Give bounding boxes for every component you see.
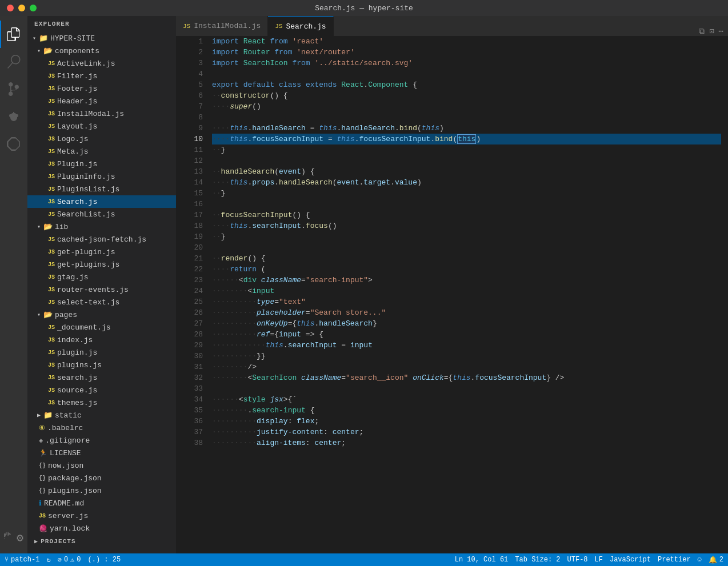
ln-4: 4 [181,69,203,79]
close-button[interactable] [7,5,14,11]
ln-33: 33 [181,383,203,394]
tab-size-status[interactable]: Tab Size: 2 [515,556,560,564]
file-document[interactable]: JS_document.js [27,321,176,334]
pages-folder[interactable]: ▾ 📂 pages [27,308,176,321]
file-search-page[interactable]: JSsearch.js [27,371,176,384]
static-label: static [55,411,82,420]
debug-activity-icon[interactable] [0,103,27,130]
source-control-activity-icon[interactable] [0,75,27,103]
file-plugin-page[interactable]: JSplugin.js [27,346,176,359]
feedback-status[interactable]: ☺ [698,556,702,564]
split-editor-icon[interactable]: ⧉ [699,27,705,36]
code-line-17: ··focusSearchInput() { [212,210,721,220]
file-cached-json[interactable]: JScached-json-fetch.js [27,233,176,246]
file-router-events[interactable]: JSrouter-events.js [27,283,176,296]
file-plugininfo[interactable]: JSPluginInfo.js [27,170,176,183]
installmodal-tab-label: InstallModal.js [194,22,261,30]
ln-26: 26 [181,307,203,318]
file-license[interactable]: 🏃LICENSE [27,447,176,459]
file-pluginsjson[interactable]: {}plugins.json [27,484,176,497]
file-themes[interactable]: JSthemes.js [27,396,176,409]
ln-7: 7 [181,101,203,112]
ln-11: 11 [181,144,203,155]
file-get-plugin[interactable]: JSget-plugin.js [27,246,176,258]
sidebar: Explorer ▾ 📁 HYPER-SITE ▾ 📂 components J… [27,16,176,553]
file-gitignore[interactable]: ◈.gitignore [27,434,176,447]
file-serverjs[interactable]: JSserver.js [27,509,176,522]
extensions-activity-icon[interactable] [0,130,27,158]
projects-section[interactable]: ▶ PROJECTS [27,535,176,548]
file-header[interactable]: JSHeader.js [27,95,176,107]
ln-16: 16 [181,199,203,210]
tab-installmodal[interactable]: JS InstallModal.js [176,16,268,36]
line-ending-text: LF [595,556,603,564]
files-activity-icon[interactable] [0,21,27,48]
file-searchlist[interactable]: JSSearchList.js [27,208,176,220]
code-line-19: ··} [212,231,721,242]
info-status[interactable]: (.) : 25 [88,556,121,564]
ln-19: 19 [181,231,203,242]
file-installmodal[interactable]: JSInstallModal.js [27,107,176,120]
static-folder[interactable]: ▶ 📁 static [27,409,176,422]
file-layout[interactable]: JSLayout.js [27,120,176,133]
line-ending-status[interactable]: LF [595,556,603,564]
file-search[interactable]: JSSearch.js [27,195,176,208]
search-activity-icon[interactable] [0,48,27,75]
editor-area: JS InstallModal.js JS Search.js ⧉ ⊡ ⋯ 1 … [176,16,728,553]
search-tab-label: Search.js [286,22,326,31]
file-plugins-page[interactable]: JSplugins.js [27,359,176,371]
file-plugin[interactable]: JSPlugin.js [27,158,176,170]
file-index[interactable]: JSindex.js [27,334,176,346]
settings-activity-icon[interactable]: ⚙ [0,526,27,553]
code-line-32: ········<SearchIcon className="search__i… [212,372,721,383]
file-select-text[interactable]: JSselect-text.js [27,296,176,308]
file-get-plugins[interactable]: JSget-plugins.js [27,258,176,271]
maximize-button[interactable] [30,5,37,11]
window-title: Search.js — hyper-site [315,4,413,13]
git-branch-icon: ⑂ [5,556,9,564]
file-gtag[interactable]: JSgtag.js [27,271,176,283]
ln-8: 8 [181,112,203,123]
file-nowjson[interactable]: {}now.json [27,459,176,472]
sync-status[interactable]: ↻ [46,556,50,564]
file-babelrc[interactable]: ⑥.babelrc [27,422,176,434]
ln-23: 23 [181,275,203,286]
code-line-3: import SearchIcon from '../static/search… [212,58,721,69]
file-filter[interactable]: JSFilter.js [27,70,176,82]
branch-status[interactable]: ⑂ patch-1 [5,556,39,564]
encoding-status[interactable]: UTF-8 [567,556,588,564]
cursor-position[interactable]: Ln 10, Col 61 [455,556,509,564]
code-line-35: ········.search-input { [212,405,721,416]
tab-search[interactable]: JS Search.js [268,16,333,36]
notifications-status[interactable]: 🔔 2 [709,556,723,564]
error-count: 0 [64,556,68,564]
static-arrow: ▶ [34,412,43,419]
file-source[interactable]: JSsource.js [27,384,176,396]
code-editor[interactable]: import React from 'react' import Router … [207,36,721,553]
lib-folder[interactable]: ▾ 📂 lib [27,220,176,233]
file-activelink[interactable]: JSActiveLink.js [27,57,176,70]
code-line-15: ··} [212,188,721,199]
file-footer[interactable]: JSFooter.js [27,82,176,95]
tree-root-item[interactable]: ▾ 📁 HYPER-SITE [27,32,176,45]
ln-36: 36 [181,416,203,427]
file-meta[interactable]: JSMeta.js [27,145,176,158]
code-line-6: ··constructor() { [212,90,721,101]
formatter-status[interactable]: Prettier [658,556,691,564]
file-logo[interactable]: JSLogo.js [27,133,176,145]
more-actions-icon[interactable]: ⋯ [719,26,723,36]
code-line-21: ··render() { [212,253,721,264]
pages-arrow: ▾ [34,311,43,318]
file-pluginslist[interactable]: JSPluginsList.js [27,183,176,195]
components-folder[interactable]: ▾ 📂 components [27,45,176,57]
toggle-panel-icon[interactable]: ⊡ [709,26,714,36]
minimize-button[interactable] [18,5,25,11]
errors-status[interactable]: ⊘ 0 ⚠ 0 [58,556,81,564]
file-packagejson[interactable]: {}package.json [27,472,176,484]
root-folder-icon: 📁 [39,34,48,43]
root-label: HYPER-SITE [50,34,95,43]
file-yarnlock[interactable]: 🧶yarn.lock [27,522,176,535]
language-status[interactable]: JavaScript [610,556,651,564]
file-readme[interactable]: ℹREADME.md [27,497,176,509]
ln-10: 10 [181,134,203,144]
